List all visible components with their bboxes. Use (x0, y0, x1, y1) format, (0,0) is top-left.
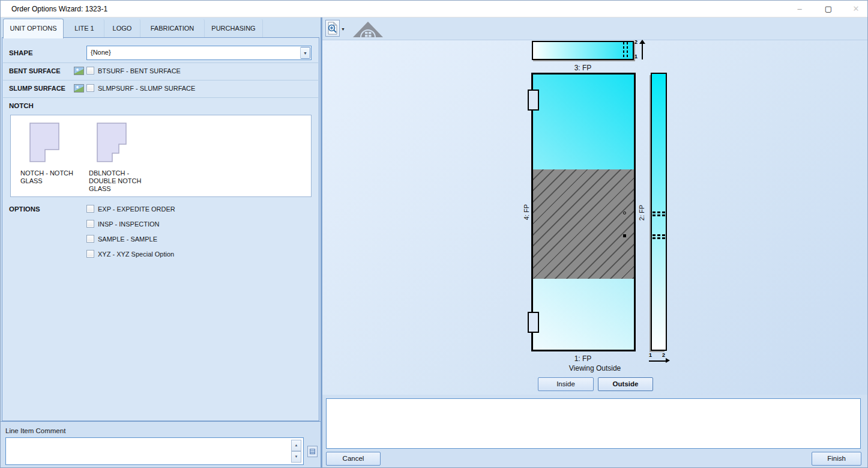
surface-2-label-side: 2 (662, 352, 665, 358)
order-options-wizard-window: Order Options Wizard: 1323-1 – ▢ ✕ UNIT … (0, 0, 868, 468)
square-mark (623, 234, 626, 237)
line-item-comment-label: Line Item Comment (5, 427, 65, 434)
glass-notch-top (528, 90, 539, 111)
exp-checkbox[interactable] (86, 205, 94, 213)
spandrel-hatched-section (533, 169, 634, 279)
bent-surface-label: BENT SURFACE (9, 67, 61, 74)
preview-toolbar (322, 17, 868, 40)
protractor-icon[interactable] (352, 21, 384, 39)
order-comment-box (326, 398, 861, 449)
slump-surface-label: SLUMP SURFACE (9, 85, 65, 92)
up-arrow-icon (642, 43, 643, 59)
chevron-down-icon[interactable]: ▼ (300, 47, 310, 59)
exp-option-label: EXP - EXPEDITE ORDER (98, 205, 175, 213)
surface-1-label: 1 (634, 53, 637, 59)
viewing-side-text: Viewing Outside (556, 364, 634, 372)
tab-logo[interactable]: LOGO (104, 19, 140, 38)
notch-label: NOTCH (9, 102, 34, 109)
tab-lite-1[interactable]: LITE 1 (65, 19, 104, 38)
side-cross-section (651, 73, 667, 351)
order-comment-input[interactable] (327, 399, 860, 448)
surface-2-label: 2 (634, 39, 637, 45)
top-cross-section (532, 41, 634, 60)
up-arrow-head (639, 40, 645, 44)
double-notch-glass-thumbnail[interactable] (97, 123, 127, 162)
slump-surface-checkbox[interactable] (86, 84, 94, 92)
surface-1-label-side: 1 (649, 352, 652, 358)
edge-1-label: 1: FP (565, 354, 601, 363)
xyz-option-label: XYZ - XYZ Special Option (98, 251, 174, 258)
close-button[interactable]: ✕ (846, 3, 866, 15)
sample-checkbox[interactable] (86, 235, 94, 243)
scroll-down-icon[interactable]: ▼ (291, 451, 301, 463)
minimize-button[interactable]: – (789, 3, 810, 15)
shape-dropdown-value: {None} (91, 49, 111, 56)
notch-glass-thumbnail[interactable] (29, 123, 59, 162)
comment-list-button[interactable] (307, 446, 318, 457)
shape-dropdown[interactable]: {None} ▼ (86, 46, 312, 60)
insp-checkbox[interactable] (86, 220, 94, 228)
shape-label: SHAPE (9, 49, 33, 56)
zoom-dropdown-icon[interactable]: ▼ (341, 27, 345, 31)
slump-surface-option: SLMPSURF - SLUMP SURFACE (98, 85, 195, 92)
line-item-comment-input[interactable] (6, 438, 303, 464)
outside-button[interactable]: Outside (598, 377, 653, 391)
window-title: Order Options Wizard: 1323-1 (11, 5, 107, 13)
circle-mark (623, 211, 626, 214)
tab-unit-options[interactable]: UNIT OPTIONS (3, 19, 64, 38)
lite-bottom-section (533, 279, 634, 350)
tab-strip: UNIT OPTIONS LITE 1 LOGO FABRICATION PUR… (1, 17, 321, 38)
line-item-comment-box: ▲ ▼ (5, 437, 304, 465)
cancel-button[interactable]: Cancel (326, 452, 381, 466)
notch-glass-label: NOTCH - NOTCH GLASS (20, 169, 83, 185)
inside-button[interactable]: Inside (538, 377, 594, 391)
zoom-button[interactable] (325, 20, 340, 37)
lite-top-section (533, 74, 634, 169)
right-arrow-head (666, 358, 670, 363)
right-arrow-icon (649, 360, 667, 362)
xyz-checkbox[interactable] (86, 250, 94, 258)
bent-surface-checkbox[interactable] (86, 67, 94, 74)
edge-4-label: 4: FP (523, 204, 530, 220)
maximize-button[interactable]: ▢ (818, 3, 839, 15)
insp-option-label: INSP - INSPECTION (98, 220, 159, 228)
sample-option-label: SAMPLE - SAMPLE (98, 236, 157, 243)
scroll-up-icon[interactable]: ▲ (291, 440, 301, 451)
double-notch-glass-label: DBLNOTCH - DOUBLE NOTCH GLASS (89, 169, 144, 193)
tab-fabrication[interactable]: FABRICATION (140, 19, 205, 38)
glass-notch-bottom (528, 312, 539, 333)
glass-elevation (531, 73, 636, 351)
tab-purchasing[interactable]: PURCHASING (205, 19, 263, 38)
unit-options-panel (2, 37, 319, 421)
edge-2-label: 2: FP (638, 205, 645, 220)
bent-surface-option: BTSURF - BENT SURFACE (98, 67, 181, 74)
finish-button[interactable]: Finish (812, 452, 861, 466)
preview-image-icon[interactable] (74, 67, 84, 75)
edge-3-label: 3: FP (565, 64, 601, 72)
title-bar (1, 1, 868, 17)
options-label: OPTIONS (9, 205, 40, 213)
preview-image-icon[interactable] (74, 84, 84, 93)
